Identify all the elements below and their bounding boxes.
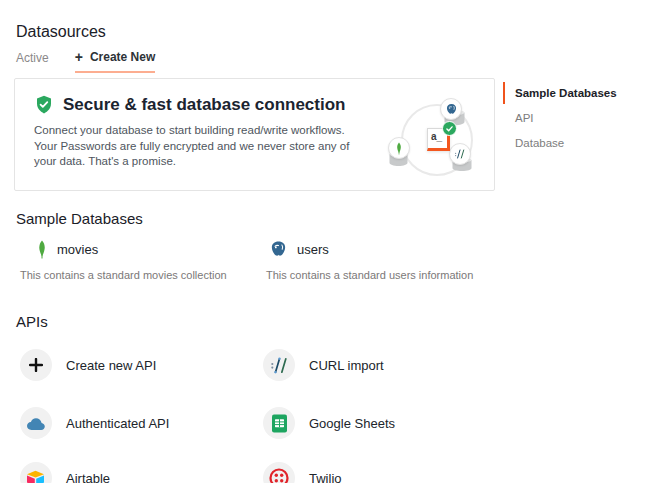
nav-item-database[interactable]: Database bbox=[503, 132, 648, 154]
plus-icon bbox=[20, 349, 52, 381]
apis-section-title: APIs bbox=[16, 313, 48, 330]
db-description: This contains a standard users informati… bbox=[266, 269, 473, 281]
api-item-curl-import[interactable]: CURL import bbox=[263, 349, 384, 381]
api-item-label: CURL import bbox=[309, 358, 384, 373]
section-nav: Sample Databases API Database bbox=[503, 82, 648, 157]
twilio-icon bbox=[263, 462, 295, 483]
google-sheets-icon bbox=[263, 407, 295, 439]
sample-db-card-users[interactable]: users This contains a standard users inf… bbox=[266, 238, 473, 281]
api-item-label: Authenticated API bbox=[66, 416, 169, 431]
tab-active[interactable]: Active bbox=[16, 50, 49, 73]
database-cylinder bbox=[388, 151, 409, 167]
db-name: movies bbox=[57, 242, 98, 257]
banner-header: Secure & fast database connection bbox=[34, 95, 345, 115]
mongodb-icon bbox=[395, 142, 403, 155]
sample-db-card-movies[interactable]: movies This contains a standard movies c… bbox=[20, 238, 227, 281]
api-item-authenticated-api[interactable]: Authenticated API bbox=[20, 407, 169, 439]
api-item-twilio[interactable]: Twilio bbox=[263, 462, 342, 483]
db-card-header: movies bbox=[20, 238, 227, 260]
cloud-icon bbox=[20, 407, 52, 439]
postgresql-icon bbox=[445, 103, 458, 116]
tab-active-label: Active bbox=[16, 51, 49, 65]
mongodb-badge bbox=[388, 137, 410, 159]
api-item-airtable[interactable]: Airtable bbox=[20, 462, 110, 483]
check-badge-icon bbox=[442, 121, 457, 136]
nav-item-api[interactable]: API bbox=[503, 107, 648, 129]
nav-item-sample-databases[interactable]: Sample Databases bbox=[503, 82, 648, 104]
illustration-ring bbox=[401, 104, 473, 176]
db-description: This contains a standard movies collecti… bbox=[20, 269, 227, 281]
mongodb-icon bbox=[36, 240, 48, 259]
curl-badge bbox=[449, 143, 471, 165]
plus-icon: + bbox=[75, 52, 83, 62]
page-title: Datasources bbox=[16, 23, 106, 41]
banner-title: Secure & fast database connection bbox=[63, 95, 345, 115]
nav-item-label: Database bbox=[515, 137, 564, 149]
appsmith-logo: a_ bbox=[427, 128, 450, 151]
curl-icon bbox=[454, 148, 466, 160]
api-item-label: Google Sheets bbox=[309, 416, 395, 431]
db-card-header: users bbox=[266, 238, 473, 260]
curl-icon bbox=[263, 349, 295, 381]
api-item-label: Create new API bbox=[66, 358, 156, 373]
postgresql-badge bbox=[440, 98, 462, 120]
database-cylinder bbox=[443, 109, 466, 126]
secure-connection-banner: Secure & fast database connection Connec… bbox=[14, 78, 495, 191]
tab-create-new-label: Create New bbox=[90, 50, 155, 64]
airtable-icon bbox=[20, 462, 52, 483]
shield-check-icon bbox=[34, 95, 54, 115]
api-item-label: Airtable bbox=[66, 471, 110, 483]
sample-databases-section-title: Sample Databases bbox=[16, 210, 143, 227]
postgresql-icon bbox=[269, 240, 288, 259]
api-item-google-sheets[interactable]: Google Sheets bbox=[263, 407, 395, 439]
tab-create-new[interactable]: + Create New bbox=[75, 50, 156, 73]
database-cylinder bbox=[451, 157, 473, 172]
tab-bar: Active + Create New bbox=[16, 50, 155, 73]
datasources-page: Datasources Active + Create New Secure &… bbox=[0, 0, 650, 483]
banner-description: Connect your database to start building … bbox=[34, 123, 364, 170]
api-item-create-new[interactable]: Create new API bbox=[20, 349, 156, 381]
nav-item-label: Sample Databases bbox=[515, 87, 617, 99]
api-item-label: Twilio bbox=[309, 471, 342, 483]
nav-item-label: API bbox=[515, 112, 534, 124]
db-name: users bbox=[297, 242, 329, 257]
